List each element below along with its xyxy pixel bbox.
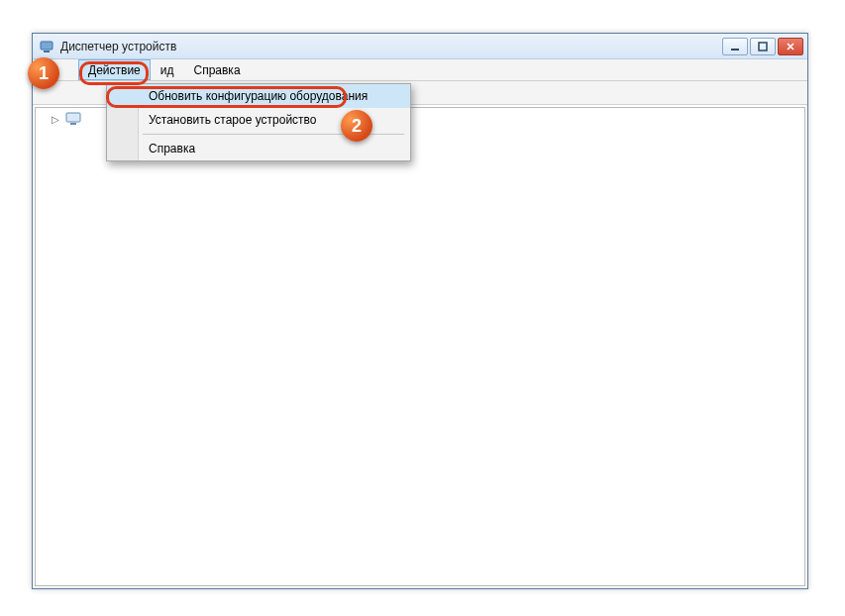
- menu-help-label: Справка: [193, 63, 240, 77]
- minimize-button[interactable]: [722, 38, 748, 55]
- menu-item-add-legacy-label: Установить старое устройство: [149, 113, 317, 127]
- menu-item-scan-hardware[interactable]: Обновить конфигурацию оборудования: [107, 84, 410, 108]
- svg-rect-2: [731, 49, 739, 51]
- svg-rect-3: [759, 43, 767, 51]
- menu-help[interactable]: Справка: [183, 59, 250, 80]
- annotation-badge-1: 1: [28, 57, 59, 89]
- expand-icon[interactable]: ▷: [52, 114, 61, 125]
- annotation-badge-2-text: 2: [352, 116, 362, 137]
- titlebar: Диспетчер устройств: [33, 34, 807, 59]
- annotation-badge-2: 2: [341, 110, 372, 142]
- app-icon: [39, 39, 54, 54]
- maximize-button[interactable]: [750, 38, 776, 55]
- annotation-badge-1-text: 1: [39, 63, 49, 84]
- menu-item-help-label: Справка: [149, 142, 195, 155]
- menu-item-scan-hardware-label: Обновить конфигурацию оборудования: [149, 89, 368, 103]
- device-manager-window: Диспетчер устройств Действие ид: [32, 33, 808, 589]
- close-button[interactable]: [778, 38, 803, 55]
- menu-action-label: Действие: [88, 63, 141, 77]
- device-tree[interactable]: ▷: [35, 107, 805, 586]
- window-title: Диспетчер устройств: [60, 40, 722, 53]
- svg-rect-1: [44, 51, 50, 52]
- menu-item-help[interactable]: Справка: [107, 137, 410, 160]
- menu-view-suffix: ид: [160, 63, 174, 77]
- menu-action[interactable]: Действие: [78, 59, 151, 80]
- window-controls: [722, 38, 803, 55]
- svg-rect-0: [41, 42, 53, 50]
- menubar: Действие ид Справка: [33, 59, 807, 81]
- svg-rect-4: [66, 113, 80, 122]
- svg-rect-5: [70, 123, 76, 125]
- computer-icon: [65, 112, 81, 126]
- menu-view-partial[interactable]: ид: [151, 59, 184, 80]
